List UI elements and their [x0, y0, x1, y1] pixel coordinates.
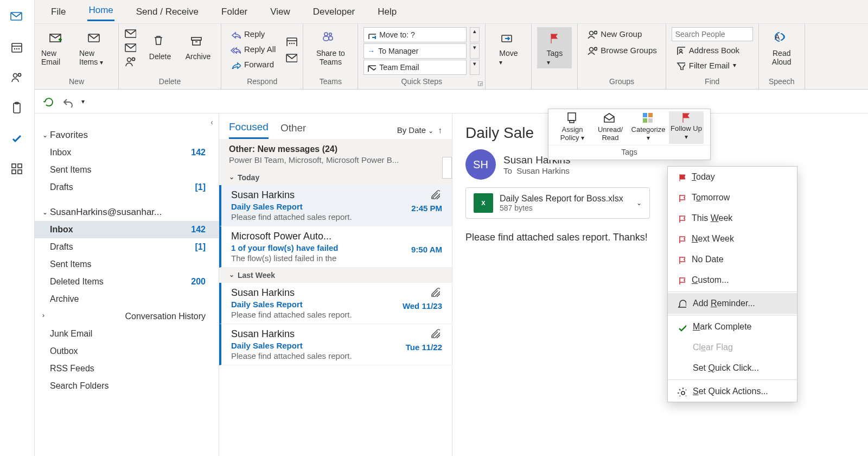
tab-focused[interactable]: Focused — [229, 121, 269, 139]
sort-by-date[interactable]: By Date ⌄ ↑ — [397, 125, 442, 135]
apps-icon[interactable] — [10, 162, 25, 177]
mail-icon[interactable] — [10, 10, 25, 25]
group-new-label: New — [40, 75, 113, 89]
folder-conversation-history[interactable]: ›Conversation History — [35, 308, 219, 325]
calendar-icon[interactable] — [10, 40, 25, 55]
ignore-icon[interactable] — [124, 27, 136, 38]
followup-custom[interactable]: Custom... — [668, 270, 797, 290]
cleanup-icon[interactable] — [124, 41, 136, 52]
quickstep-up[interactable]: ▴ — [470, 27, 480, 42]
tab-sendreceive[interactable]: Send / Receive — [135, 4, 200, 20]
quickstep-teamemail[interactable]: Team Email — [363, 60, 467, 75]
read-aloud-button[interactable]: Read Aloud — [764, 27, 799, 68]
clipboard-icon[interactable] — [10, 101, 25, 116]
folder-junk[interactable]: Junk Email — [35, 325, 219, 343]
folder-deleted[interactable]: Deleted Items200 — [35, 273, 219, 290]
paperclip-icon — [430, 287, 440, 297]
ribbon: New Email New Items ▾ New Delete Archive… — [35, 24, 868, 90]
filter-email-button[interactable]: Filter Email ▾ — [672, 59, 753, 72]
junk-icon[interactable] — [124, 55, 136, 66]
todo-icon[interactable] — [10, 131, 25, 147]
folder-sent[interactable]: Sent Items — [35, 256, 219, 273]
move-button[interactable]: Move▾ — [491, 27, 526, 68]
fav-sent[interactable]: Sent Items — [35, 161, 219, 179]
qat-customize-icon[interactable]: ▾ — [81, 98, 85, 105]
message-item[interactable]: Susan Harkins Daily Sales Report Wed 11/… — [219, 283, 452, 324]
followup-mark-complete[interactable]: Mark Complete — [668, 316, 797, 337]
address-book-button[interactable]: Address Book — [672, 43, 753, 56]
folder-pane: ‹ ⌄Favorites Inbox142 Sent Items Drafts[… — [35, 113, 219, 456]
followup-nodate[interactable]: No Date — [668, 249, 797, 270]
message-item[interactable]: Microsoft Power Auto... 1 of your flow(s… — [219, 226, 452, 268]
scrollbar[interactable] — [442, 157, 452, 179]
folder-inbox[interactable]: Inbox142 — [35, 221, 219, 238]
tab-other[interactable]: Other — [280, 122, 307, 138]
followup-nextweek[interactable]: Next Week — [668, 229, 797, 249]
followup-tomorrow[interactable]: Tomorrow — [668, 187, 797, 208]
message-item[interactable]: Susan Harkins Daily Sales Report 2:45 PM… — [219, 185, 452, 226]
share-teams-button[interactable]: Share to Teams — [309, 27, 352, 68]
quickstep-moveto[interactable]: Move to: ? — [363, 27, 467, 42]
paperclip-icon — [430, 189, 440, 199]
tab-developer[interactable]: Developer — [312, 4, 356, 20]
undo-icon[interactable] — [62, 96, 74, 107]
folder-rss[interactable]: RSS Feeds — [35, 360, 219, 377]
tab-file[interactable]: File — [50, 4, 67, 20]
browse-groups-button[interactable]: Browse Groups — [583, 43, 660, 56]
folder-outbox[interactable]: Outbox — [35, 343, 219, 360]
avatar: SH — [465, 149, 496, 180]
tab-view[interactable]: View — [269, 4, 291, 20]
reply-button[interactable]: Reply — [227, 27, 279, 40]
message-list: Focused Other By Date ⌄ ↑ Other: New mes… — [219, 113, 452, 456]
followup-set-quick-actions[interactable]: Set Quick Actions... — [668, 381, 797, 402]
quick-access-toolbar: ▾ — [35, 90, 868, 113]
more-respond-icon[interactable] — [285, 52, 297, 62]
followup-set-quick-click[interactable]: Set Quick Click... — [668, 358, 797, 378]
group-today[interactable]: ⌄Today — [219, 170, 452, 185]
quickstep-down[interactable]: ▾ — [470, 43, 480, 59]
followup-clear-flag: Clear Flag — [668, 337, 797, 358]
account-header[interactable]: ⌄SusanHarkins@susanhar... — [35, 204, 219, 221]
refresh-icon[interactable] — [42, 96, 54, 107]
tab-home[interactable]: Home — [87, 3, 114, 21]
message-item[interactable]: Susan Harkins Daily Sales Report Tue 11/… — [219, 324, 452, 365]
attachment-size: 587 bytes — [500, 204, 630, 212]
people-icon[interactable] — [10, 71, 25, 86]
followup-add-reminder[interactable]: Add Reminder... — [668, 293, 797, 314]
folder-drafts[interactable]: Drafts[1] — [35, 238, 219, 256]
unread-read-button[interactable]: Unread/ Read — [593, 111, 628, 144]
group-lastweek[interactable]: ⌄Last Week — [219, 268, 452, 283]
fav-drafts[interactable]: Drafts[1] — [35, 179, 219, 196]
tab-folder[interactable]: Folder — [220, 4, 248, 20]
categorize-button[interactable]: Categorize▾ — [631, 111, 666, 144]
followup-today[interactable]: Today — [668, 167, 797, 187]
folder-search[interactable]: Search Folders — [35, 377, 219, 395]
followup-thisweek[interactable]: This Week — [668, 208, 797, 229]
quickstep-tomanager[interactable]: →To Manager — [363, 43, 467, 59]
favorites-header[interactable]: ⌄Favorites — [35, 126, 219, 144]
attachment[interactable]: X Daily Sales Report for Boss.xlsx 587 b… — [465, 187, 650, 219]
forward-button[interactable]: Forward — [227, 58, 279, 71]
folder-archive[interactable]: Archive — [35, 290, 219, 308]
follow-up-button[interactable]: Follow Up ▾ — [669, 111, 704, 144]
quickstep-more[interactable]: ▾ — [470, 60, 480, 75]
tags-button[interactable]: Tags▾ — [537, 27, 572, 68]
other-banner[interactable]: Other: New messages (24) Power BI Team, … — [219, 139, 452, 170]
new-items-button[interactable]: New Items ▾ — [78, 27, 113, 68]
new-email-button[interactable]: New Email — [40, 27, 75, 68]
new-email-label: New Email — [41, 49, 74, 66]
meeting-icon[interactable] — [285, 35, 297, 46]
archive-button[interactable]: Archive — [181, 30, 215, 63]
fav-inbox[interactable]: Inbox142 — [35, 144, 219, 161]
attachment-chevron-icon[interactable]: ⌄ — [636, 199, 642, 207]
menubar: File Home Send / Receive Folder View Dev… — [35, 0, 868, 24]
assign-policy-button[interactable]: Assign Policy ▾ — [555, 111, 590, 144]
tab-help[interactable]: Help — [376, 4, 398, 20]
search-people-input[interactable] — [672, 27, 753, 41]
delete-button[interactable]: Delete — [143, 30, 177, 63]
collapse-folders-icon[interactable]: ‹ — [35, 118, 219, 126]
new-group-button[interactable]: New Group — [583, 27, 660, 40]
quicksteps-launcher-icon[interactable]: ◲ — [477, 80, 483, 87]
left-rail — [0, 0, 35, 456]
replyall-button[interactable]: Reply All — [227, 42, 279, 55]
